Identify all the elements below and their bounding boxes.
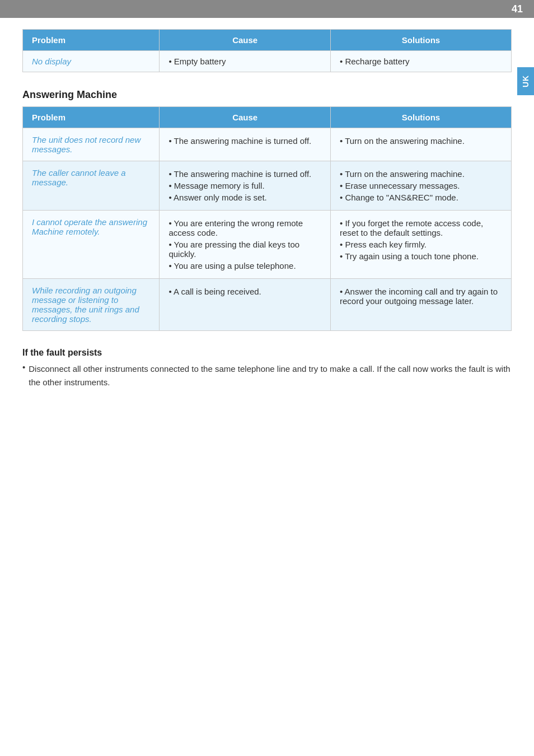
am-problem-cell: While recording an outgoing message or l…	[23, 279, 160, 331]
am-solution-cell: Turn on the answering machine.	[330, 128, 511, 161]
am-cause-cell: The answering machine is turned off.	[160, 128, 331, 161]
am-table-row: The unit does not record new messages.Th…	[23, 128, 512, 161]
am-table-row: While recording an outgoing message or l…	[23, 279, 512, 331]
solution-item: Answer the incoming call and try again t…	[340, 286, 502, 307]
fault-text: Disconnect all other instruments connect…	[29, 362, 512, 389]
am-header-problem: Problem	[23, 107, 160, 128]
cause-cell: • Empty battery	[160, 51, 331, 72]
cause-item: Message memory is full.	[168, 180, 321, 192]
am-table-row: The caller cannot leave a message.The an…	[23, 161, 512, 211]
cause-item: The answering machine is turned off.	[168, 135, 321, 147]
cause-item: You are entering the wrong remote access…	[168, 217, 321, 239]
answering-machine-table: Problem Cause Solutions The unit does no…	[22, 106, 512, 331]
answering-machine-heading: Answering Machine	[22, 89, 512, 101]
header-cause: Cause	[160, 30, 331, 51]
table-row: No display• Empty battery• Recharge batt…	[23, 51, 512, 72]
am-problem-cell: The unit does not record new messages.	[23, 128, 160, 161]
am-solution-cell: Turn on the answering machine.Erase unne…	[330, 161, 511, 211]
table-header-row: Problem Cause Solutions	[23, 30, 512, 51]
header-solutions: Solutions	[330, 30, 511, 51]
side-tab: UK	[517, 67, 534, 95]
am-header-solutions: Solutions	[330, 107, 511, 128]
page-number: 41	[512, 3, 523, 15]
am-table-row: I cannot operate the answering Machine r…	[23, 211, 512, 279]
cause-item: A call is being received.	[168, 286, 321, 297]
problem-cell: No display	[23, 51, 160, 72]
solution-item: If you forget the remote access code, re…	[340, 217, 502, 239]
cause-item: The answering machine is turned off.	[168, 168, 321, 180]
solution-item: Press each key firmly.	[340, 239, 502, 250]
top-bar: 41	[0, 0, 534, 18]
solution-item: Change to "ANS&REC" mode.	[340, 192, 502, 203]
cause-item: Answer only mode is set.	[168, 192, 321, 203]
fault-heading: If the fault persists	[22, 348, 512, 358]
am-header-cause: Cause	[160, 107, 331, 128]
cause-item: You are pressing the dial keys too quick…	[168, 239, 321, 260]
solution-item: Erase unnecessary messages.	[340, 180, 502, 192]
am-cause-cell: A call is being received.	[160, 279, 331, 331]
am-solution-cell: If you forget the remote access code, re…	[330, 211, 511, 279]
no-display-table: Problem Cause Solutions No display• Empt…	[22, 29, 512, 72]
answering-machine-table-wrap: Problem Cause Solutions The unit does no…	[22, 106, 512, 331]
solution-item: Try again using a touch tone phone.	[340, 250, 502, 262]
main-content: Problem Cause Solutions No display• Empt…	[0, 18, 534, 408]
am-problem-cell: The caller cannot leave a message.	[23, 161, 160, 211]
am-cause-cell: The answering machine is turned off.Mess…	[160, 161, 331, 211]
fault-text-wrap: • Disconnect all other instruments conne…	[22, 362, 512, 389]
solution-cell: • Recharge battery	[330, 51, 511, 72]
solution-item: Turn on the answering machine.	[340, 168, 502, 180]
am-problem-cell: I cannot operate the answering Machine r…	[23, 211, 160, 279]
fault-bullet-dot: •	[22, 362, 25, 372]
solution-item: Turn on the answering machine.	[340, 135, 502, 147]
am-cause-cell: You are entering the wrong remote access…	[160, 211, 331, 279]
am-table-header: Problem Cause Solutions	[23, 107, 512, 128]
no-display-table-wrap: Problem Cause Solutions No display• Empt…	[22, 29, 512, 72]
cause-item: You are using a pulse telephone.	[168, 260, 321, 272]
am-solution-cell: Answer the incoming call and try again t…	[330, 279, 511, 331]
header-problem: Problem	[23, 30, 160, 51]
